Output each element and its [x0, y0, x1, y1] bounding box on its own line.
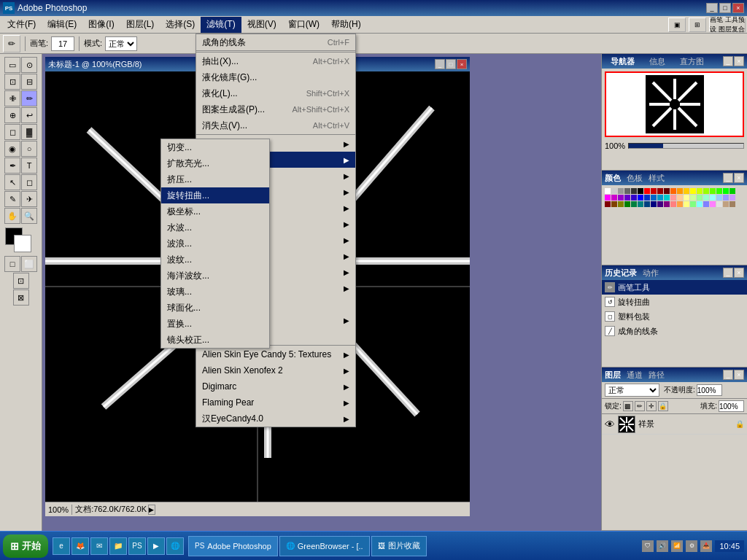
filter-aliencandy[interactable]: Alien Skin Eye Candy 5: Textures ▶ — [196, 346, 355, 362]
color-swatch[interactable] — [670, 195, 676, 201]
history-item-plastic[interactable]: ◻ 塑料包装 — [602, 309, 747, 324]
color-swatch[interactable] — [723, 188, 729, 194]
toolbar-options-btn[interactable]: ▣ — [668, 18, 686, 32]
tab-channels[interactable]: 通道 — [627, 370, 643, 381]
ql-extra[interactable]: 🌐 — [166, 537, 184, 555]
taskbar-photos[interactable]: 🖼 图片收藏 — [371, 536, 427, 556]
tool-dodge[interactable]: ○ — [21, 141, 37, 157]
color-swatch[interactable] — [644, 188, 650, 194]
color-swatch[interactable] — [605, 188, 611, 194]
tool-repair[interactable]: ✙ — [4, 90, 20, 106]
tool-eyedropper[interactable]: ✈ — [21, 191, 37, 207]
fill-input[interactable] — [719, 400, 744, 412]
color-swatch[interactable] — [703, 195, 709, 201]
ql-folder[interactable]: 📁 — [109, 537, 127, 555]
color-swatch[interactable] — [716, 195, 722, 201]
nav-panel-controls[interactable]: _ × — [723, 56, 744, 66]
color-swatch[interactable] — [723, 201, 729, 207]
ql-ps[interactable]: PS — [128, 537, 146, 555]
color-collapse[interactable]: _ — [723, 173, 733, 183]
color-swatch[interactable] — [690, 195, 696, 201]
tab-navigator[interactable]: 导航器 — [605, 55, 640, 69]
color-swatch[interactable] — [729, 201, 735, 207]
tool-pen[interactable]: ✒ — [4, 158, 20, 174]
tool-zoom[interactable]: 🔍 — [21, 208, 37, 224]
nav-close[interactable]: × — [734, 56, 744, 66]
filter-gallery[interactable]: 液化镜库(G)... — [196, 69, 355, 85]
layers-collapse[interactable]: _ — [723, 370, 733, 380]
filter-extract[interactable]: 抽出(X)... Alt+Ctrl+X — [196, 53, 355, 69]
tool-brush[interactable]: ✏ — [21, 90, 37, 106]
menu-select[interactable]: 选择(S) — [160, 17, 201, 33]
ql-outlook[interactable]: ✉ — [90, 537, 108, 555]
tool-shape[interactable]: ◻ — [21, 174, 37, 190]
background-color[interactable] — [14, 235, 31, 252]
tool-history[interactable]: ↩ — [21, 107, 37, 123]
taskbar-browser[interactable]: 🌐 GreenBrowser - [.. — [279, 536, 370, 556]
layer-visibility[interactable]: 👁 — [605, 419, 615, 429]
color-swatch[interactable] — [624, 195, 630, 201]
color-swatch[interactable] — [631, 188, 637, 194]
color-swatch[interactable] — [716, 188, 722, 194]
history-item-brush[interactable]: ✏ 画笔工具 — [602, 280, 747, 295]
color-swatch[interactable] — [703, 188, 709, 194]
ql-media[interactable]: ▶ — [147, 537, 165, 555]
tool-mode-icon[interactable]: ✏ — [3, 35, 20, 52]
ql-ie[interactable]: e — [53, 537, 70, 555]
doc-minimize[interactable]: _ — [435, 59, 445, 69]
menu-filter[interactable]: 滤镜(T) — [201, 17, 241, 33]
color-swatch[interactable] — [605, 195, 611, 201]
color-close[interactable]: × — [734, 173, 744, 183]
tray-volume[interactable]: 🔊 — [657, 540, 668, 552]
menu-view[interactable]: 视图(V) — [241, 17, 282, 33]
color-swatch[interactable] — [684, 201, 689, 207]
layers-close[interactable]: × — [734, 370, 744, 380]
history-collapse[interactable]: _ — [723, 268, 733, 278]
filter-digimarc[interactable]: Digimarc ▶ — [196, 378, 355, 394]
color-swatch[interactable] — [611, 188, 617, 194]
start-button[interactable]: ⊞ 开始 — [3, 534, 48, 558]
color-swatch[interactable] — [710, 188, 716, 194]
color-swatch[interactable] — [644, 201, 650, 207]
toolbar-brushes-btn[interactable]: 画笔 工具预设 图层复合 — [709, 18, 746, 32]
color-swatches-tool[interactable] — [5, 228, 37, 254]
tool-notes[interactable]: ✎ — [4, 191, 20, 207]
color-swatch[interactable] — [710, 195, 716, 201]
menu-edit[interactable]: 编辑(E) — [42, 17, 82, 33]
minimize-button[interactable]: _ — [706, 3, 718, 13]
tab-actions[interactable]: 动作 — [643, 268, 659, 279]
lock-all[interactable]: 🔒 — [658, 401, 668, 411]
color-swatch[interactable] — [638, 188, 643, 194]
color-swatch[interactable] — [651, 188, 657, 194]
toolbar-palette-btn[interactable]: ⊞ — [689, 18, 706, 32]
brush-size-display[interactable]: 17 — [51, 36, 74, 51]
color-swatch[interactable] — [638, 201, 643, 207]
color-swatch[interactable] — [670, 201, 676, 207]
nav-collapse[interactable]: _ — [723, 56, 733, 66]
tool-path-select[interactable]: ↖ — [4, 174, 20, 190]
color-swatch[interactable] — [631, 201, 637, 207]
tool-hand[interactable]: ✋ — [4, 208, 20, 224]
distort-sphere[interactable]: 球面化... — [161, 300, 269, 316]
color-swatch[interactable] — [611, 195, 617, 201]
status-arrow[interactable]: ▶ — [148, 505, 155, 515]
color-swatch[interactable] — [664, 195, 670, 201]
tab-info[interactable]: 信息 — [643, 55, 671, 69]
color-panel-controls[interactable]: _ × — [723, 173, 744, 183]
color-swatch[interactable] — [644, 195, 650, 201]
color-swatch[interactable] — [684, 188, 689, 194]
color-swatch[interactable] — [618, 195, 624, 201]
lock-position[interactable]: ✛ — [646, 401, 657, 411]
document-controls[interactable]: _ □ × — [435, 59, 467, 69]
menu-help[interactable]: 帮助(H) — [325, 17, 367, 33]
taskbar-ps[interactable]: PS Adobe Photoshop — [188, 536, 278, 556]
lock-brush[interactable]: ✏ — [635, 401, 645, 411]
tool-blur[interactable]: ◉ — [4, 141, 20, 157]
color-swatch[interactable] — [690, 188, 696, 194]
history-item-lines[interactable]: ╱ 成角的线条 — [602, 324, 747, 338]
distort-polar[interactable]: 极坐标... — [161, 203, 269, 219]
filter-alienxeno[interactable]: Alien Skin Xenofex 2 ▶ — [196, 362, 355, 378]
tool-imageready[interactable]: ⊠ — [13, 289, 29, 306]
tab-swatches[interactable]: 色板 — [627, 173, 643, 184]
color-swatch[interactable] — [697, 188, 703, 194]
